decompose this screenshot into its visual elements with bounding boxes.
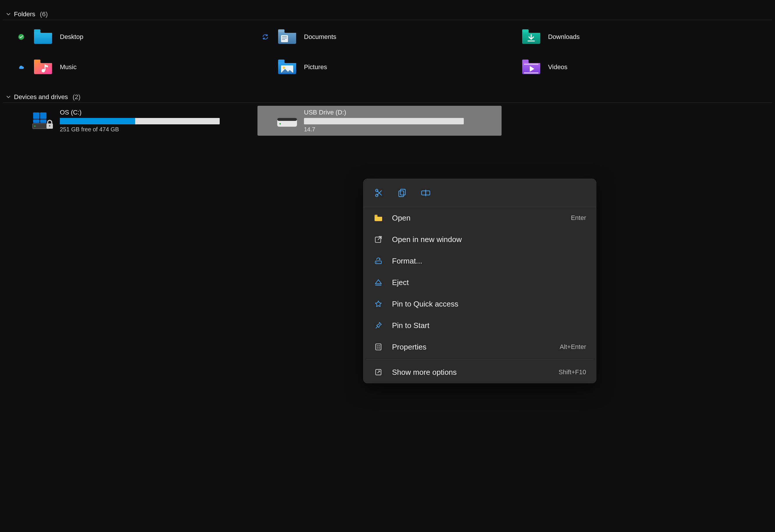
svg-rect-18 [33, 112, 40, 119]
folder-label: Music [60, 63, 76, 71]
drive-title: OS (C:) [60, 109, 222, 116]
music-folder-icon [31, 57, 55, 77]
eject-icon [373, 277, 383, 287]
folder-item-downloads[interactable]: Downloads [502, 23, 746, 51]
folder-label: Videos [548, 63, 568, 71]
menu-item-shortcut: Alt+Enter [560, 343, 586, 351]
svg-point-36 [376, 262, 377, 263]
documents-folder-icon [275, 27, 299, 47]
drive-capacity-bar [60, 118, 220, 124]
svg-rect-1 [34, 29, 40, 32]
menu-item-label: Pin to Start [392, 321, 586, 330]
drive-item-c[interactable]: OS (C:) 251 GB free of 474 GB [13, 106, 257, 136]
drive-subtitle: 251 GB free of 474 GB [60, 126, 222, 133]
svg-rect-7 [522, 29, 529, 32]
svg-rect-32 [426, 191, 430, 195]
svg-rect-8 [34, 60, 40, 62]
menu-item-label: Show more options [392, 368, 550, 377]
svg-rect-38 [376, 344, 381, 350]
svg-rect-5 [282, 38, 287, 38]
drive-item-d[interactable]: USB Drive (D:) 14.7 [257, 106, 502, 136]
folder-item-pictures[interactable]: Pictures [257, 53, 502, 81]
chevron-down-icon [6, 95, 10, 99]
menu-item-format[interactable]: Format... [363, 250, 596, 272]
menu-item-label: Open [392, 214, 562, 223]
folder-item-documents[interactable]: Documents [257, 23, 502, 51]
menu-item-pin-quick-access[interactable]: Pin to Quick access [363, 293, 596, 315]
menu-item-label: Properties [392, 343, 551, 352]
menu-item-label: Format... [392, 257, 586, 266]
svg-point-23 [49, 125, 51, 126]
drive-capacity-fill [60, 118, 135, 124]
file-explorer-main: Folders (6) Desktop [0, 0, 775, 139]
rename-icon[interactable] [420, 187, 432, 199]
context-menu-top-row [363, 179, 596, 207]
svg-point-41 [377, 347, 378, 349]
svg-rect-33 [374, 215, 377, 216]
drives-section-count: (2) [73, 93, 80, 101]
svg-rect-40 [378, 345, 380, 346]
usb-drive-icon [275, 111, 299, 131]
folders-section-label: Folders [14, 10, 35, 18]
svg-rect-19 [40, 112, 46, 119]
svg-rect-21 [40, 119, 46, 123]
context-menu: Open Enter Open in new window Format... … [363, 179, 596, 383]
menu-item-eject[interactable]: Eject [363, 272, 596, 293]
folder-item-desktop[interactable]: Desktop [13, 23, 257, 51]
cut-icon[interactable] [373, 187, 385, 199]
svg-point-12 [283, 67, 285, 69]
menu-item-open[interactable]: Open Enter [363, 207, 596, 229]
svg-point-26 [279, 123, 281, 124]
copy-icon[interactable] [397, 187, 408, 199]
downloads-folder-icon [520, 27, 543, 47]
format-drive-icon [373, 256, 383, 266]
sync-status-cloud [16, 65, 26, 69]
svg-rect-13 [522, 60, 529, 62]
menu-item-open-new-window[interactable]: Open in new window [363, 229, 596, 250]
menu-item-properties[interactable]: Properties Alt+Enter [363, 336, 596, 358]
folders-section-header[interactable]: Folders (6) [3, 9, 772, 20]
menu-item-show-more[interactable]: Show more options Shift+F10 [363, 361, 596, 383]
folders-section-count: (6) [40, 10, 48, 18]
svg-rect-15 [524, 72, 539, 74]
windows-drive-locked-icon [31, 111, 55, 131]
svg-rect-25 [277, 118, 297, 121]
sync-status-synced [16, 33, 26, 40]
pictures-folder-icon [275, 57, 299, 77]
drives-section-label: Devices and drives [14, 93, 68, 101]
external-link-icon [373, 234, 383, 244]
svg-rect-37 [375, 285, 381, 285]
menu-item-shortcut: Enter [571, 214, 586, 222]
svg-rect-20 [33, 119, 40, 123]
svg-rect-30 [399, 191, 404, 197]
svg-rect-4 [282, 36, 287, 37]
folder-item-videos[interactable]: Videos [502, 53, 746, 81]
svg-rect-31 [422, 191, 426, 195]
svg-rect-2 [278, 29, 284, 32]
properties-icon [373, 342, 383, 352]
folder-label: Documents [304, 33, 336, 41]
chevron-down-icon [6, 12, 10, 16]
sync-icon [262, 33, 269, 40]
pin-icon [373, 320, 383, 330]
drive-title: USB Drive (D:) [304, 109, 467, 116]
menu-separator [366, 359, 593, 360]
svg-rect-35 [375, 261, 381, 264]
open-folder-icon [373, 213, 383, 223]
cloud-icon [18, 65, 24, 69]
folder-label: Downloads [548, 33, 580, 41]
svg-rect-6 [282, 39, 285, 40]
folder-item-music[interactable]: Music [13, 53, 257, 81]
folder-label: Desktop [60, 33, 83, 41]
drives-grid: OS (C:) 251 GB free of 474 GB USB Drive … [3, 106, 772, 136]
menu-item-pin-start[interactable]: Pin to Start [363, 315, 596, 336]
more-options-icon [373, 367, 383, 377]
desktop-folder-icon [31, 27, 55, 47]
drives-section-header[interactable]: Devices and drives (2) [3, 92, 772, 103]
star-icon [373, 299, 383, 309]
svg-rect-3 [281, 35, 288, 42]
svg-rect-42 [378, 347, 380, 348]
svg-rect-14 [524, 64, 539, 65]
folder-label: Pictures [304, 63, 327, 71]
check-circle-icon [18, 33, 25, 40]
